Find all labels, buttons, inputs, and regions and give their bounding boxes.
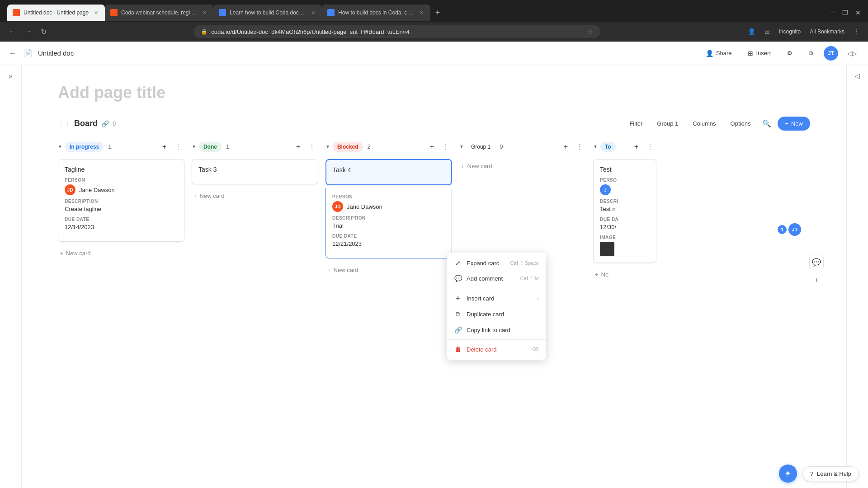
add-card-blocked-button[interactable]: + <box>427 142 437 152</box>
add-panel-button[interactable]: + <box>809 273 824 287</box>
insert-card-arrow: › <box>537 295 539 302</box>
menu-item-copy-link[interactable]: 🔗 Copy link to card <box>447 322 546 338</box>
card-task4-desc-value: Trial <box>332 222 445 229</box>
tab-2-close[interactable]: ✕ <box>201 9 208 16</box>
sidebar-expand-button[interactable]: » <box>4 69 18 83</box>
settings-button[interactable]: ⚙ <box>782 47 798 59</box>
column-to: ▼ To + ⋮ Test PERSO J <box>593 140 656 282</box>
column-group1-menu-button[interactable]: ⋮ <box>573 141 586 152</box>
doc-back-button[interactable]: ← <box>7 47 18 59</box>
new-tab-button[interactable]: + <box>430 5 445 20</box>
share-icon: 👤 <box>706 50 713 57</box>
menu-item-insert[interactable]: + Insert card › <box>447 290 546 306</box>
profile-icon[interactable]: 👤 <box>745 26 758 37</box>
tab-1[interactable]: Untitled doc · Untitled page ✕ <box>7 5 105 21</box>
bookmark-star-icon[interactable]: ☆ <box>587 28 593 35</box>
page-title-placeholder[interactable]: Add page title <box>58 83 810 102</box>
group1-label: Group 1 <box>467 142 495 152</box>
menu-item-comment[interactable]: 💬 Add comment Ctrl ⇧ M <box>447 271 546 286</box>
customize-icon[interactable]: ⊞ <box>762 26 773 37</box>
new-card-group1-plus-icon: + <box>461 163 465 169</box>
column-in-progress: ▼ In progress 1 + ⋮ Tagline PERSON <box>58 140 184 260</box>
filter-button[interactable]: Filter <box>624 117 648 130</box>
columns-button[interactable]: Columns <box>687 117 721 130</box>
share-button[interactable]: 👤 Share <box>700 47 737 60</box>
forward-button[interactable]: → <box>22 26 34 38</box>
board-search-button[interactable]: 🔍 <box>760 117 774 131</box>
board-link-icon: 🔗 <box>101 120 109 127</box>
collapse-to-button[interactable]: ▼ <box>593 144 598 149</box>
column-done-menu-button[interactable]: ⋮ <box>306 141 318 152</box>
tab-3[interactable]: Learn how to build Coda docs... ✕ <box>213 5 322 21</box>
kanban-board: ▼ In progress 1 + ⋮ Tagline PERSON <box>58 140 810 289</box>
tab-2-title: Coda webinar schedule, regist... <box>121 9 197 16</box>
tab-4[interactable]: How to build docs in Coda, cre... ✕ <box>322 5 430 21</box>
address-bar[interactable]: 🔒 coda.io/d/Untitled-doc_dk4MaGh2h6p/Unt… <box>193 25 600 38</box>
sidebar-collapse-button[interactable]: ◁ <box>850 69 865 83</box>
add-card-done-button[interactable]: + <box>293 142 303 152</box>
menu-item-expand[interactable]: ⤢ Expand card Ctrl ⇧ Space <box>447 255 546 271</box>
column-blocked-menu-button[interactable]: ⋮ <box>439 141 452 152</box>
magic-button[interactable]: ✦ <box>779 465 797 483</box>
card-tagline-date-value: 12/14/2023 <box>65 224 178 230</box>
new-card-to-button[interactable]: + Ne <box>593 267 656 282</box>
tab-1-close[interactable]: ✕ <box>92 9 99 16</box>
collapse-group1-button[interactable]: ▼ <box>459 144 464 149</box>
add-card-in-progress-button[interactable]: + <box>160 142 169 152</box>
column-header-blocked: ▼ Blocked 2 + ⋮ <box>326 140 452 154</box>
card-task4[interactable]: Task 4 <box>326 159 452 185</box>
right-panel-overlay: 💬 + <box>809 255 824 287</box>
collapse-in-progress-button[interactable]: ▼ <box>58 144 62 149</box>
menu-item-delete[interactable]: 🗑 Delete card ⌫ <box>447 342 546 357</box>
comment-shortcut: Ctrl ⇧ M <box>520 276 539 282</box>
tab-1-favicon <box>13 9 20 16</box>
view-options-button[interactable]: ⧉ <box>803 47 818 60</box>
user-avatar[interactable]: JT <box>824 46 838 61</box>
right-sidebar: ◁ <box>846 65 868 488</box>
blocked-count: 2 <box>368 143 371 150</box>
insert-button[interactable]: ⊞ Insert <box>742 47 776 60</box>
in-progress-count: 1 <box>108 143 111 150</box>
reload-button[interactable]: ↻ <box>38 26 49 38</box>
close-window-button[interactable]: ✕ <box>852 7 864 18</box>
tab-3-close[interactable]: ✕ <box>309 9 316 16</box>
column-in-progress-menu-button[interactable]: ⋮ <box>172 141 184 152</box>
new-card-blocked-button[interactable]: + New card <box>326 263 452 277</box>
tab-2[interactable]: Coda webinar schedule, regist... ✕ <box>105 5 213 21</box>
new-card-in-progress-button[interactable]: + New card <box>58 246 184 260</box>
avatar-badge-overlay: 1 JT <box>778 223 801 236</box>
minimize-button[interactable]: ─ <box>827 7 839 18</box>
menu-item-duplicate[interactable]: ⧉ Duplicate card <box>447 306 546 322</box>
column-group1: ▼ Group 1 0 + ⋮ + New card <box>459 140 586 173</box>
board-title: Board <box>74 119 98 128</box>
new-card-group1-label: New card <box>467 163 492 169</box>
card-test[interactable]: Test PERSO J DESCRI Test n <box>593 159 656 263</box>
new-card-group1-button[interactable]: + New card <box>459 159 586 173</box>
app-header: ← 📄 Untitled doc 👤 Share ⊞ Insert ⚙ ⧉ JT… <box>0 42 868 65</box>
add-card-group1-button[interactable]: + <box>561 142 571 152</box>
learn-help-button[interactable]: ? Learn & Help <box>802 466 859 481</box>
options-button[interactable]: Options <box>725 117 756 130</box>
column-header-group1: ▼ Group 1 0 + ⋮ <box>459 140 586 154</box>
new-card-done-button[interactable]: + New card <box>192 189 318 203</box>
card-tagline-title: Tagline <box>65 166 178 173</box>
column-to-menu-button[interactable]: ⋮ <box>644 141 656 152</box>
new-label: New <box>791 120 803 127</box>
more-icon[interactable]: ⋮ <box>851 26 863 37</box>
new-record-button[interactable]: + New <box>778 117 810 131</box>
insert-card-label: Insert card <box>467 295 533 302</box>
bookmarks-label[interactable]: All Bookmarks <box>807 27 847 37</box>
group-button[interactable]: Group 1 <box>651 117 684 130</box>
board-drag-handle[interactable]: ⋮⋮ <box>58 120 71 127</box>
restore-button[interactable]: ❐ <box>839 7 852 18</box>
card-task3[interactable]: Task 3 <box>192 159 318 184</box>
add-card-to-button[interactable]: + <box>632 142 641 152</box>
collapse-blocked-button[interactable]: ▼ <box>326 144 330 149</box>
back-button[interactable]: ← <box>5 26 18 38</box>
card-tagline[interactable]: Tagline PERSON JD Jane Dawson DESCRIPTIO… <box>58 159 184 242</box>
right-panel-toggle[interactable]: ◁▷ <box>844 48 861 59</box>
comments-panel-button[interactable]: 💬 <box>809 255 824 269</box>
collapse-done-button[interactable]: ▼ <box>192 144 196 149</box>
board-toolbar: Filter Group 1 Columns Options 🔍 + New <box>624 117 810 131</box>
tab-4-close[interactable]: ✕ <box>418 9 425 16</box>
